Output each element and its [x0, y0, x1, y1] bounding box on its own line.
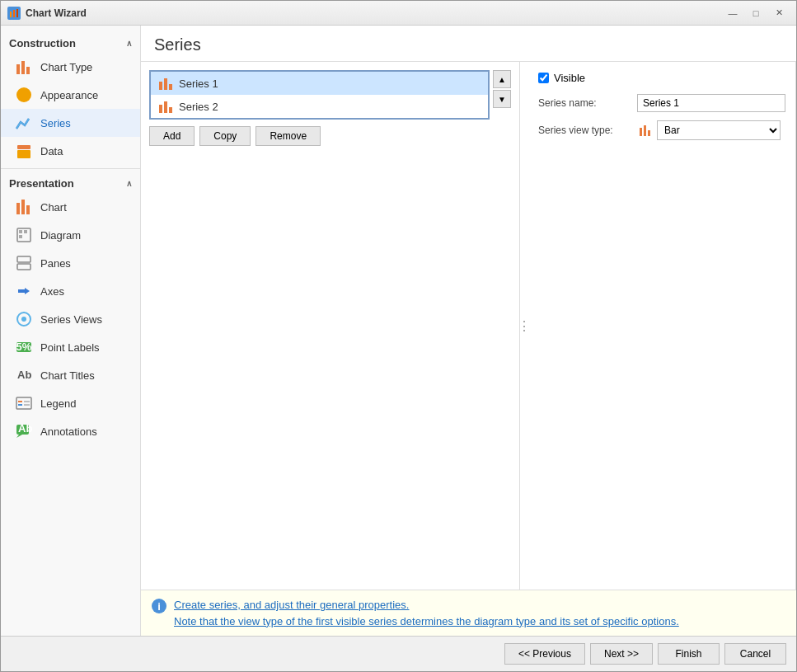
info-bar: i Create series, and adjust their genera…: [141, 590, 796, 636]
svg-text:Ab: Ab: [17, 369, 31, 381]
content-body: Series 1 Series 2: [141, 62, 796, 590]
cancel-button[interactable]: Cancel: [724, 643, 786, 665]
svg-rect-13: [19, 230, 22, 233]
series-view-type-row: Series view type:: [538, 120, 785, 140]
scroll-down-button[interactable]: ▼: [493, 90, 511, 108]
svg-rect-26: [18, 404, 22, 406]
svg-rect-14: [24, 230, 27, 233]
series-action-buttons: Add Copy Remove: [149, 126, 511, 146]
svg-rect-17: [17, 264, 30, 270]
copy-button[interactable]: Copy: [199, 126, 251, 146]
content-header: Series: [141, 26, 796, 62]
svg-rect-3: [16, 64, 20, 74]
sidebar-item-chart[interactable]: Chart: [1, 193, 140, 221]
resize-handle[interactable]: ⋮: [520, 62, 528, 590]
info-text: Create series, and adjust their general …: [174, 597, 679, 629]
visible-row: Visible: [538, 72, 785, 84]
titlebar-icon: [7, 7, 21, 20]
svg-rect-38: [644, 125, 646, 136]
svg-text:Ab: Ab: [18, 422, 32, 435]
titlebar-title: Chart Wizard: [26, 7, 722, 19]
annotations-label: Annotations: [40, 425, 97, 438]
footer: << Previous Next >> Finish Cancel: [1, 636, 796, 671]
series-list-row: Series 1 Series 2: [149, 70, 511, 120]
svg-point-19: [21, 317, 26, 322]
visible-checkbox[interactable]: [538, 73, 549, 83]
sidebar-item-appearance[interactable]: Appearance: [1, 81, 140, 109]
maximize-button[interactable]: □: [745, 5, 767, 21]
vertical-tabs: General Series Options Top N Options Leg…: [795, 62, 796, 590]
svg-rect-32: [164, 78, 167, 90]
svg-rect-10: [21, 200, 25, 214]
svg-text:5%: 5%: [16, 341, 32, 353]
svg-rect-23: [16, 397, 31, 409]
panes-label: Panes: [40, 257, 71, 270]
svg-rect-7: [17, 150, 30, 158]
finish-button[interactable]: Finish: [658, 643, 720, 665]
remove-button[interactable]: Remove: [256, 126, 321, 146]
chart-type-icon: [14, 57, 34, 77]
titlebar-controls: — □ ✕: [722, 5, 790, 21]
sidebar-item-axes[interactable]: Axes: [1, 277, 140, 305]
sidebar-item-series-views[interactable]: Series Views: [1, 305, 140, 333]
series1-icon: [157, 75, 174, 92]
series-icon: [14, 113, 34, 133]
sidebar-item-series[interactable]: Series: [1, 109, 140, 137]
chart-titles-icon: Ab: [14, 365, 34, 385]
series-list-panel: Series 1 Series 2: [141, 62, 520, 590]
svg-point-6: [16, 87, 31, 102]
titlebar: Chart Wizard — □ ✕: [1, 1, 796, 26]
sidebar-item-chart-type[interactable]: Chart Type: [1, 53, 140, 81]
add-button[interactable]: Add: [149, 126, 195, 146]
sidebar-item-point-labels[interactable]: 5% Point Labels: [1, 333, 140, 361]
series-view-type-label: Series view type:: [538, 125, 637, 136]
properties-panel: Visible Series name: Series view type:: [528, 62, 796, 590]
scroll-up-button[interactable]: ▲: [493, 70, 511, 88]
chart-type-label: Chart Type: [40, 61, 92, 73]
sidebar-item-chart-titles[interactable]: Ab Chart Titles: [1, 361, 140, 389]
sidebar-item-diagram[interactable]: Diagram: [1, 221, 140, 249]
series-views-label: Series Views: [40, 313, 102, 326]
svg-rect-8: [17, 145, 30, 149]
svg-rect-15: [19, 235, 22, 238]
chart-wizard-window: Chart Wizard — □ ✕ Construction ∧: [0, 0, 797, 672]
series-scroll-buttons: ▲ ▼: [493, 70, 511, 110]
svg-rect-2: [16, 9, 18, 17]
sidebar-item-legend[interactable]: Legend: [1, 389, 140, 417]
data-label: Data: [40, 145, 63, 157]
series-view-type-select[interactable]: Bar Line Pie Area: [657, 120, 781, 140]
svg-text:i: i: [157, 600, 161, 613]
page-title: Series: [154, 35, 783, 54]
svg-rect-0: [10, 12, 12, 17]
chart-icon: [14, 197, 34, 217]
sidebar-item-panes[interactable]: Panes: [1, 249, 140, 277]
annotations-icon: Ab: [14, 421, 34, 441]
series-list-item-2[interactable]: Series 2: [151, 95, 488, 118]
sidebar-item-data[interactable]: Data: [1, 137, 140, 165]
svg-rect-31: [159, 82, 162, 90]
axes-label: Axes: [40, 285, 64, 298]
info-text-line2-suffix: determines the diagram type and its set …: [397, 615, 679, 627]
series-list-item-1[interactable]: Series 1: [151, 72, 488, 95]
svg-rect-24: [18, 401, 22, 402]
series-name-row: Series name:: [538, 94, 785, 112]
presentation-section-header[interactable]: Presentation ∧: [1, 172, 140, 193]
diagram-label: Diagram: [40, 229, 81, 242]
properties-main: Visible Series name: Series view type:: [528, 62, 795, 590]
series-name-value: [637, 94, 785, 112]
svg-rect-1: [13, 10, 15, 17]
svg-rect-4: [21, 61, 25, 74]
minimize-button[interactable]: —: [722, 5, 743, 21]
series1-label: Series 1: [179, 78, 218, 90]
content-area: Series: [141, 26, 796, 636]
next-button[interactable]: Next >>: [590, 643, 653, 665]
info-icon: i: [151, 598, 167, 614]
series-name-input[interactable]: [637, 94, 785, 112]
info-text-link[interactable]: view type of the first visible series: [238, 615, 397, 627]
svg-rect-9: [16, 203, 20, 214]
construction-section-header[interactable]: Construction ∧: [1, 32, 140, 53]
sidebar-item-annotations[interactable]: Ab Annotations: [1, 417, 140, 445]
point-labels-icon: 5%: [14, 337, 34, 357]
previous-button[interactable]: << Previous: [504, 643, 585, 665]
close-button[interactable]: ✕: [768, 5, 790, 21]
